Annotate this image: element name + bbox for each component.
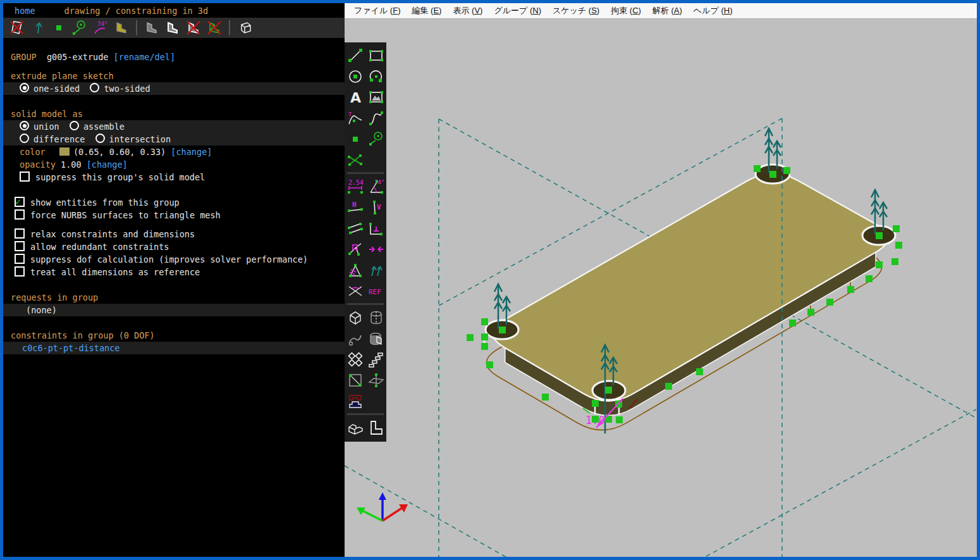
symmetric-tool[interactable] (365, 239, 386, 259)
union-label[interactable]: union (34, 121, 59, 132)
solvespace-window: home drawing / constraining in 3d 74° GR… (0, 0, 980, 560)
distance-tool[interactable]: 2.54 (345, 176, 365, 197)
outlines-icon[interactable] (164, 19, 181, 37)
radio-two-sided[interactable] (90, 83, 99, 92)
hidden-lines-icon[interactable] (236, 19, 254, 37)
menu-item-s[interactable]: スケッチ (S) (547, 4, 605, 18)
dimensions-icon[interactable]: 74° (92, 19, 109, 37)
image-tool[interactable] (365, 87, 386, 108)
treat-reference-label[interactable]: treat all dimensions as reference (30, 267, 200, 277)
opacity-change-link[interactable]: [change] (87, 159, 128, 170)
radio-difference[interactable] (20, 134, 29, 143)
circle-tool[interactable] (345, 66, 365, 87)
rectangle-tool[interactable] (365, 45, 386, 66)
radio-union[interactable] (20, 121, 29, 130)
rotate-tool[interactable] (365, 349, 386, 370)
extrude-tool[interactable] (345, 307, 365, 328)
line-tool[interactable] (345, 45, 365, 66)
perpendicular-tool[interactable] (365, 218, 386, 239)
show-entities-label[interactable]: show entities from this group (30, 197, 180, 208)
menu-item-n[interactable]: グループ (N) (488, 4, 547, 18)
allow-redundant-checkbox[interactable] (15, 241, 25, 251)
assemble-label[interactable]: assemble (83, 121, 125, 132)
translate-tool[interactable] (345, 349, 365, 370)
construction-icon[interactable] (71, 19, 89, 37)
equal-tool[interactable] (345, 259, 365, 280)
helix-tool[interactable] (345, 328, 365, 349)
menu-item-c[interactable]: 拘束 (C) (605, 4, 647, 18)
toolbar-section-divider (347, 303, 384, 305)
difference-label[interactable]: difference (34, 134, 85, 144)
menu-item-h[interactable]: ヘルプ (H) (688, 4, 738, 18)
construction-tool[interactable] (365, 128, 386, 149)
link-tool[interactable] (345, 370, 365, 390)
solid-section-header: solid model as (3, 108, 345, 120)
arc-tool[interactable] (365, 66, 386, 87)
new-workplane-tool[interactable] (365, 370, 386, 390)
shaded-icon[interactable] (113, 19, 130, 37)
point-tool[interactable] (345, 128, 365, 149)
tangent-arc-tool[interactable]: T (345, 108, 365, 128)
horizontal-tool[interactable]: H (345, 197, 365, 218)
mesh-icon[interactable] (205, 19, 223, 37)
menu-item-a[interactable]: 解析 (A) (647, 4, 688, 18)
relax-constraints-label[interactable]: relax constraints and dimensions (30, 229, 195, 239)
text-tool[interactable]: A (345, 87, 365, 108)
graphics-window: ファイル (F)編集 (E)表示 (V)グループ (N)スケッチ (S)拘束 (… (345, 3, 977, 557)
constraint-link[interactable]: c0c6-pt-pt-distance (22, 343, 119, 353)
suppress-solid-checkbox[interactable] (20, 171, 30, 182)
normals-icon[interactable] (29, 19, 47, 37)
point-on-curve-tool[interactable] (345, 239, 365, 259)
menu-item-label: 解析 (652, 6, 669, 15)
reference-tool[interactable]: REF (365, 280, 386, 301)
suppress-dof-checkbox[interactable] (15, 254, 25, 264)
force-nurbs-label[interactable]: force NURBS surfaces to triangle mesh (30, 210, 221, 220)
menu-item-e[interactable]: 編集 (E) (406, 4, 447, 18)
suppress-dof-label[interactable]: suppress dof calculation (improves solve… (30, 254, 308, 264)
split-curves-tool[interactable] (345, 149, 365, 170)
angle-tool[interactable]: 74° (365, 176, 386, 197)
extruded-plate[interactable] (486, 165, 895, 416)
edges-icon[interactable] (143, 19, 161, 37)
force-nurbs-checkbox[interactable] (15, 209, 25, 220)
nearest-iso-tool[interactable] (345, 417, 365, 438)
lathe-tool[interactable] (365, 307, 386, 328)
points-icon[interactable] (50, 19, 68, 37)
faces-icon[interactable] (185, 19, 202, 37)
dimension-value[interactable]: 1.0 (585, 414, 605, 426)
nearest-ortho-tool[interactable] (365, 417, 386, 438)
one-sided-label[interactable]: one-sided (34, 84, 80, 94)
two-sided-label[interactable]: two-sided (104, 84, 150, 94)
requests-none-row: (none) (3, 304, 345, 316)
oriented-same-tool[interactable] (365, 259, 386, 280)
parallel-tool[interactable] (345, 218, 365, 239)
force-nurbs-row: force NURBS surfaces to triangle mesh (3, 209, 345, 221)
group-rename-del-link[interactable]: [rename/del] (114, 52, 176, 62)
workplanes-icon[interactable] (8, 19, 26, 37)
relax-constraints-checkbox[interactable] (15, 228, 25, 239)
suppress-solid-label[interactable]: suppress this group's solid model (35, 172, 205, 182)
bezier-tool[interactable] (365, 108, 386, 128)
viewport[interactable]: AT2.5474°HVREF (345, 19, 977, 557)
color-swatch[interactable] (59, 147, 70, 156)
menu-item-f[interactable]: ファイル (F) (348, 4, 406, 18)
radio-intersection[interactable] (95, 134, 105, 143)
other-angle-tool[interactable] (345, 280, 365, 301)
intersection-label[interactable]: intersection (109, 134, 171, 144)
menu-item-v[interactable]: 表示 (V) (447, 4, 488, 18)
tab-home[interactable]: home (15, 6, 35, 16)
revolve-tool[interactable] (365, 328, 386, 349)
requests-section-header: requests in group (3, 291, 345, 304)
menu-item-label: 編集 (412, 6, 428, 15)
tab-active-group[interactable]: drawing / constraining in 3d (64, 6, 209, 16)
vertical-tool[interactable]: V (365, 197, 386, 218)
show-entities-checkbox[interactable] (15, 197, 25, 207)
allow-redundant-label[interactable]: allow redundant constraints (30, 242, 169, 252)
radio-one-sided[interactable] (20, 83, 29, 92)
radio-assemble[interactable] (70, 121, 79, 130)
group-label: GROUP (3, 52, 37, 62)
color-change-link[interactable]: [change] (171, 147, 212, 157)
viewport-canvas[interactable]: 1.0 (345, 19, 977, 557)
text-group-tool[interactable] (345, 390, 365, 411)
treat-reference-checkbox[interactable] (15, 266, 25, 277)
